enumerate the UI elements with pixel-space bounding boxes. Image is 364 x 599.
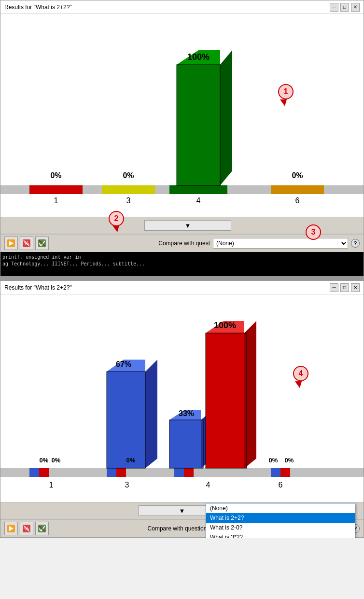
check-button-2[interactable] [35,522,49,535]
run-button-1[interactable] [4,237,18,250]
bar-4-red-right [244,321,256,468]
chart-svg-1: 100% 0% 0% 0% 1 3 4 6 [0,14,364,217]
code-text-1: printf, unsigned int var in ag Technolog… [0,252,364,269]
svg-rect-3 [227,185,271,194]
title-bar-buttons-1: ─ □ ✕ [330,3,360,12]
title-bar-2: Results for "What is 2+2?" ─ □ ✕ [0,281,364,294]
minimize-button-1[interactable]: ─ [330,3,338,12]
xlabel-1-2: 1 [49,481,54,489]
check-icon-2 [38,524,46,533]
bar-4-right [220,50,232,185]
bar-3-blue-right [145,360,157,468]
code-area-1: printf, unsigned int var in ag Technolog… [0,252,364,276]
svg-rect-23 [271,468,280,477]
window2: Results for "What is 2+2?" ─ □ ✕ [0,280,364,538]
bar-4-front [177,65,220,185]
nav-bar-1[interactable]: ▼ [144,220,231,231]
label-0-1-blue: 0% [40,457,49,464]
callout-4-pointer [295,381,302,388]
svg-rect-21 [184,468,194,477]
percent-icon-2: % [22,524,31,533]
chart-svg-2: 67% 33% 100% 0% 0% 0% 0% 0% 1 3 4 6 [0,294,364,502]
title-bar-1: Results for "What is 2+2?" ─ □ ✕ [0,0,364,14]
compare-container-1: 3 Compare with quest (None) What is 2+2?… [158,238,360,249]
nav-arrow-2: ▼ [179,507,185,515]
label-100-2: 100% [214,320,236,330]
window2-title: Results for "What is 2+2?" [4,284,72,291]
window1-title: Results for "What is 2+2?" [4,4,72,11]
maximize-button-2[interactable]: □ [340,283,349,292]
run-icon-2 [7,524,15,533]
label-0-1-red: 0% [52,457,61,464]
nav-arrow-1: ▼ [185,222,191,229]
run-button-2[interactable] [4,522,18,535]
label-33: 33% [179,409,194,418]
svg-rect-22 [194,468,271,477]
svg-rect-0 [0,185,29,194]
percent-button-2[interactable]: % [20,522,33,535]
xlabel-4: 4 [196,196,201,205]
bar-base-3 [102,185,155,194]
dropdown-item-q3[interactable]: What is 3*2? [206,532,355,538]
xlabel-1: 1 [54,196,58,205]
close-button-2[interactable]: ✕ [351,283,360,292]
callout-2-badge: 2 [109,211,124,226]
compare-label-2: Compare with question : [148,525,210,532]
xlabel-6: 6 [295,196,300,205]
svg-rect-2 [155,185,169,194]
dropdown-item-q1[interactable]: What is 2+2? [206,513,355,523]
bar-base-1 [29,185,83,194]
percent-icon-1: % [22,239,31,248]
callout-4-badge: 4 [293,366,308,381]
bar-4-red-front [206,333,247,468]
chart-area-1: 100% 0% 0% 0% 1 3 4 6 1 [0,14,364,217]
dropdown-item-none[interactable]: (None) [206,503,355,513]
svg-rect-17 [107,468,116,477]
callout-2-pointer [112,225,119,232]
dropdown-menu-1: (None) What is 2+2? What is 2-0? What is… [206,503,355,538]
callout-1: 1 [278,84,294,99]
percent-button-1[interactable]: % [20,237,33,250]
svg-rect-1 [83,185,102,194]
chart-area-2: 67% 33% 100% 0% 0% 0% 0% 0% 1 3 4 6 4 [0,294,364,502]
run-icon-1 [7,239,15,248]
bar-base-6 [271,185,324,194]
close-button-1[interactable]: ✕ [351,3,360,12]
svg-rect-25 [290,468,364,477]
maximize-button-1[interactable]: □ [340,3,349,12]
title-bar-buttons-2: ─ □ ✕ [330,283,360,292]
check-button-1[interactable] [35,237,49,250]
callout-1-pointer [280,99,287,106]
minimize-button-2[interactable]: ─ [330,283,338,292]
label-100: 100% [187,52,210,62]
bar-base-4 [169,185,227,194]
callout-1-badge: 1 [278,84,294,99]
svg-rect-19 [126,468,174,477]
label-0-6-blue: 0% [269,457,278,464]
svg-rect-16 [49,468,107,477]
svg-rect-15 [29,468,39,477]
xlabel-3: 3 [126,196,131,205]
svg-rect-18 [116,468,126,477]
label-0-6: 0% [292,171,303,180]
dropdown-item-q2[interactable]: What is 2-0? [206,523,355,532]
svg-rect-4 [324,185,364,194]
bar-4-blue-front [169,420,203,468]
svg-rect-14 [39,468,49,477]
callout-4: 4 [293,366,308,381]
xlabel-6-2: 6 [279,481,283,489]
help-button-1[interactable]: ? [351,239,360,248]
label-67: 67% [116,360,131,368]
compare-select-1[interactable]: (None) What is 2+2? What is 2-0? What is… [213,238,348,249]
label-0-1: 0% [50,171,61,180]
svg-rect-20 [174,468,184,477]
bar-3-blue-front [107,372,145,468]
window1: Results for "What is 2+2?" ─ □ ✕ [0,0,364,277]
label-0-3: 0% [123,171,134,180]
compare-label-1: Compare with quest [158,240,210,247]
xlabel-4-2: 4 [206,481,210,489]
window-separator [0,277,364,280]
xlabel-3-2: 3 [125,481,129,489]
svg-rect-24 [280,468,290,477]
check-icon-1 [38,239,46,248]
